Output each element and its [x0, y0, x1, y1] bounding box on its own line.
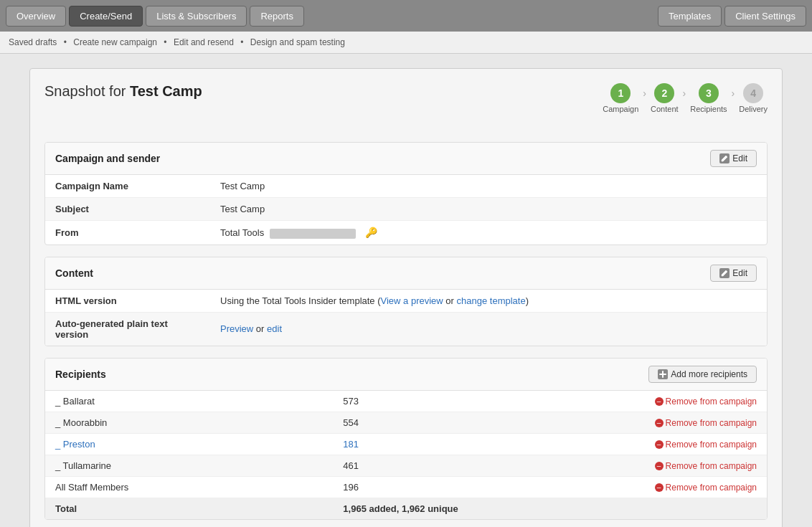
add-recipients-button[interactable]: Add more recipients [648, 366, 757, 383]
recipients-table: _ Ballarat 573 –Remove from campaign _ M… [45, 391, 767, 519]
remove-all-staff-link[interactable]: Remove from campaign [666, 483, 757, 493]
page-title: Snapshot for Test Camp [44, 83, 202, 100]
table-row: _ Preston 181 –Remove from campaign [45, 433, 767, 455]
recipient-count-all-staff: 196 [333, 476, 390, 498]
table-row: Subject Test Camp [45, 198, 767, 221]
table-row: _ Tullamarine 461 –Remove from campaign [45, 455, 767, 476]
table-row: _ Moorabbin 554 –Remove from campaign [45, 412, 767, 433]
campaign-sender-header: Campaign and sender Edit [45, 143, 767, 175]
table-row: From Total Tools 🔑 [45, 221, 767, 244]
recipient-name-preston: _ Preston [45, 433, 333, 455]
recipient-name-tullamarine: _ Tullamarine [45, 455, 333, 476]
nav-btn-create-send[interactable]: Create/Send [69, 6, 143, 27]
campaign-sender-edit-button[interactable]: Edit [710, 150, 757, 167]
recipient-action-ballarat: –Remove from campaign [390, 391, 767, 412]
remove-preston-link[interactable]: Remove from campaign [666, 440, 757, 450]
recipient-count-preston: 181 [333, 433, 390, 455]
breadcrumb-sep-2: • [164, 37, 169, 47]
step-1: 1 Campaign [603, 83, 638, 113]
change-template-link[interactable]: change template [457, 295, 526, 306]
plain-text-value: Preview or edit [210, 312, 767, 346]
step-3-circle: 3 [699, 83, 719, 103]
preview-link[interactable]: Preview [220, 323, 253, 334]
title-steps-row: Snapshot for Test Camp 1 Campaign › 2 Co… [44, 83, 768, 128]
recipients-header: Recipients Add more recipients [45, 359, 767, 391]
content-edit-label: Edit [732, 268, 747, 278]
step-3: 3 Recipients [690, 83, 727, 113]
recipient-name-moorabbin: _ Moorabbin [45, 412, 333, 433]
nav-left: Overview Create/Send Lists & Subscribers… [0, 0, 310, 32]
total-value: 1,965 added, 1,962 unique [333, 498, 767, 519]
recipient-count-moorabbin: 554 [333, 412, 390, 433]
table-row: _ Ballarat 573 –Remove from campaign [45, 391, 767, 412]
top-navigation: Overview Create/Send Lists & Subscribers… [0, 0, 812, 32]
main-wrapper: Snapshot for Test Camp 1 Campaign › 2 Co… [0, 54, 812, 527]
from-value: Total Tools 🔑 [210, 221, 767, 244]
view-preview-link[interactable]: View a preview [381, 295, 443, 306]
nav-btn-lists-subscribers[interactable]: Lists & Subscribers [146, 6, 247, 27]
page-title-campaign: Test Camp [130, 83, 202, 99]
step-3-label: Recipients [690, 105, 727, 113]
steps-indicator: 1 Campaign › 2 Content › 3 Recipients › … [603, 83, 768, 113]
edit-link[interactable]: edit [267, 323, 282, 334]
remove-moorabbin-link[interactable]: Remove from campaign [666, 418, 757, 428]
recipients-total-row: Total 1,965 added, 1,962 unique [45, 498, 767, 519]
subject-value: Test Camp [210, 198, 767, 221]
content-card: Snapshot for Test Camp 1 Campaign › 2 Co… [29, 68, 783, 527]
campaign-sender-title: Campaign and sender [55, 153, 160, 164]
edit-icon [719, 153, 730, 163]
html-version-text-mid: or [443, 295, 457, 306]
table-row: Auto-generated plain text version Previe… [45, 312, 767, 346]
campaign-sender-section: Campaign and sender Edit Campaign Name T… [44, 142, 768, 245]
recipient-count-tullamarine: 461 [333, 455, 390, 476]
html-version-value: Using the Total Tools Insider template (… [210, 290, 767, 313]
table-row: HTML version Using the Total Tools Insid… [45, 290, 767, 313]
nav-btn-reports[interactable]: Reports [250, 6, 304, 27]
table-row: All Staff Members 196 –Remove from campa… [45, 476, 767, 498]
nav-btn-templates[interactable]: Templates [658, 6, 722, 27]
breadcrumb-bar: Saved drafts • Create new campaign • Edi… [0, 32, 812, 54]
plain-text-mid: or [253, 323, 267, 334]
table-row: Campaign Name Test Camp [45, 175, 767, 198]
html-version-text-after: ) [526, 295, 529, 306]
campaign-name-value: Test Camp [210, 175, 767, 198]
step-arrow-3: › [732, 87, 735, 99]
recipient-name-ballarat: _ Ballarat [45, 391, 333, 412]
add-icon [658, 369, 668, 379]
step-arrow-2: › [683, 87, 686, 99]
remove-icon: – [655, 483, 664, 492]
content-title: Content [55, 267, 93, 279]
nav-btn-overview[interactable]: Overview [6, 6, 66, 27]
step-4-label: Delivery [739, 105, 768, 113]
breadcrumb-edit-resend[interactable]: Edit and resend [174, 37, 234, 47]
recipient-action-all-staff: –Remove from campaign [390, 476, 767, 498]
step-4: 4 Delivery [739, 83, 768, 113]
subject-key: Subject [45, 198, 210, 221]
recipient-action-moorabbin: –Remove from campaign [390, 412, 767, 433]
remove-tullamarine-link[interactable]: Remove from campaign [666, 461, 757, 471]
html-version-key: HTML version [45, 290, 210, 313]
breadcrumb-create-campaign[interactable]: Create new campaign [73, 37, 157, 47]
recipient-action-tullamarine: –Remove from campaign [390, 455, 767, 476]
from-name: Total Tools [220, 227, 267, 238]
remove-ballarat-link[interactable]: Remove from campaign [666, 397, 757, 407]
step-1-circle: 1 [610, 83, 631, 103]
step-2: 2 Content [651, 83, 679, 113]
nav-right: Templates Client Settings [652, 0, 812, 32]
recipient-count-ballarat: 573 [333, 391, 390, 412]
add-recipients-label: Add more recipients [671, 369, 747, 379]
recipient-name-all-staff: All Staff Members [45, 476, 333, 498]
step-4-circle: 4 [743, 83, 763, 103]
campaign-sender-table: Campaign Name Test Camp Subject Test Cam… [45, 175, 767, 244]
page-title-prefix: Snapshot for [44, 83, 130, 99]
step-2-label: Content [651, 105, 679, 113]
remove-icon: – [655, 397, 664, 406]
content-edit-button[interactable]: Edit [710, 265, 757, 282]
remove-icon: – [655, 462, 664, 470]
breadcrumb-saved-drafts[interactable]: Saved drafts [9, 37, 57, 47]
step-2-circle: 2 [654, 83, 674, 103]
content-table: HTML version Using the Total Tools Insid… [45, 290, 767, 346]
nav-btn-client-settings[interactable]: Client Settings [724, 6, 806, 27]
content-section: Content Edit HTML version Using the Tota… [44, 257, 768, 346]
key-icon: 🔑 [365, 227, 377, 238]
